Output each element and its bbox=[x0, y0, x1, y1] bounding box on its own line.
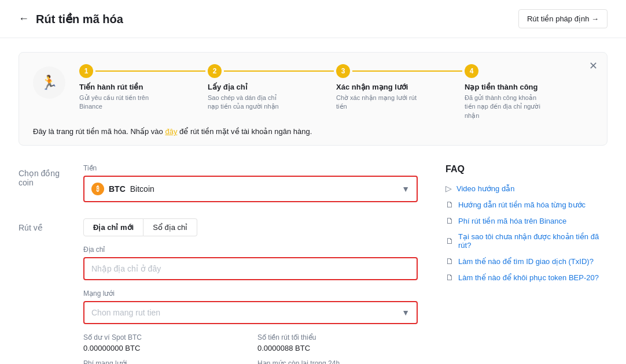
network-fee-label: Phí mạng lưới bbox=[83, 359, 244, 364]
min-withdraw-stat: Số tiền rút tối thiểu 0.0000088 BTC bbox=[257, 333, 418, 352]
faq-link-1[interactable]: Hướng dẫn rút tiền mã hóa từng bước bbox=[458, 200, 586, 209]
withdraw-section: Rút về Địa chỉ mới Sổ địa chỉ Địa chỉ Mạ bbox=[19, 218, 418, 364]
withdraw-section-content: Địa chỉ mới Sổ địa chỉ Địa chỉ Mạng lưới bbox=[83, 218, 418, 364]
faq-panel: FAQ ▷ Video hướng dẫn 🗋 Hướng dẫn rút ti… bbox=[445, 164, 607, 364]
step-3-desc: Chờ xác nhận mạng lưới rút tiền bbox=[336, 94, 417, 112]
network-select[interactable]: Chon mang rut tien bbox=[84, 302, 417, 323]
daily-limit-label: Hạn mức còn lại trong 24h bbox=[257, 359, 418, 364]
step-3-title: Xác nhận mạng lưới bbox=[336, 83, 408, 91]
banner-close-button[interactable]: ✕ bbox=[589, 60, 598, 72]
faq-link-3[interactable]: Tại sao tôi chưa nhận được khoản tiền đã… bbox=[458, 232, 607, 250]
withdraw-section-label: Rút về bbox=[19, 218, 65, 232]
steps-container: 1 Tiến hành rút tiền Gửi yêu cầu rút tiề… bbox=[79, 64, 593, 120]
faq-icon-2: 🗋 bbox=[445, 216, 454, 225]
header-left: ← Rút tiền mã hóa bbox=[19, 12, 123, 26]
header: ← Rút tiền mã hóa Rút tiền pháp định → bbox=[0, 0, 626, 38]
min-withdraw-label: Số tiền rút tối thiểu bbox=[257, 333, 418, 341]
left-panel: Chọn đồng coin Tiền ₿ BTC Bitcoin ▼ Rút bbox=[19, 164, 418, 364]
avatar-area: 🏃 bbox=[33, 66, 65, 99]
faq-icon-3: 🗋 bbox=[445, 236, 454, 246]
step-1: 1 Tiến hành rút tiền Gửi yêu cầu rút tiề… bbox=[79, 64, 208, 112]
fiat-link[interactable]: đây bbox=[165, 127, 177, 136]
step-line-3 bbox=[352, 70, 462, 72]
network-field-group: Mạng lưới Chon mang rut tien ▼ bbox=[83, 289, 418, 324]
faq-icon-0: ▷ bbox=[445, 184, 452, 193]
fiat-withdraw-button[interactable]: Rút tiền pháp định → bbox=[518, 9, 607, 28]
content-row: Chọn đồng coin Tiền ₿ BTC Bitcoin ▼ Rút bbox=[19, 164, 607, 364]
faq-item-0[interactable]: ▷ Video hướng dẫn bbox=[445, 184, 607, 193]
coin-section-label: Chọn đồng coin bbox=[19, 164, 65, 187]
step-1-title: Tiến hành rút tiền bbox=[79, 83, 143, 91]
faq-title: FAQ bbox=[445, 164, 607, 174]
info-text: Đây là trang rút tiền mã hóa. Nhấp vào đ… bbox=[33, 127, 593, 136]
min-withdraw-value: 0.0000088 BTC bbox=[257, 344, 418, 352]
network-fee-stat: Phí mạng lưới 0.000044 ~ 0.00057 BTC bbox=[83, 359, 244, 364]
balance-label: Số dư ví Spot BTC bbox=[83, 333, 244, 341]
coin-display: ₿ BTC Bitcoin bbox=[84, 177, 417, 201]
step-3-circle: 3 bbox=[336, 64, 350, 78]
faq-icon-1: 🗋 bbox=[445, 200, 454, 209]
coin-field-label: Tiền bbox=[83, 164, 418, 172]
main-content: 🏃 1 Tiến hành rút tiền Gửi yêu cầu rút t… bbox=[0, 38, 626, 364]
coin-section: Chọn đồng coin Tiền ₿ BTC Bitcoin ▼ bbox=[19, 164, 418, 202]
step-3: 3 Xác nhận mạng lưới Chờ xác nhận mạng l… bbox=[336, 64, 465, 112]
step-line-2 bbox=[224, 70, 334, 72]
coin-section-content: Tiền ₿ BTC Bitcoin ▼ bbox=[83, 164, 418, 202]
avatar: 🏃 bbox=[33, 66, 65, 99]
step-1-circle: 1 bbox=[79, 64, 93, 78]
network-label: Mạng lưới bbox=[83, 289, 418, 298]
step-4-circle: 4 bbox=[465, 64, 478, 78]
step-2-desc: Sao chép và dán địa chỉ nạp tiền của ngư… bbox=[208, 94, 289, 112]
daily-limit-stat: Hạn mức còn lại trong 24h 2 BTC/2 BTC i bbox=[257, 359, 418, 364]
page-title: Rút tiền mã hóa bbox=[36, 12, 123, 26]
coin-name: Bitcoin bbox=[130, 184, 154, 194]
faq-icon-4: 🗋 bbox=[445, 257, 454, 266]
tab-saved-address[interactable]: Sổ địa chỉ bbox=[143, 218, 197, 236]
coin-select-wrapper[interactable]: ₿ BTC Bitcoin ▼ bbox=[83, 176, 418, 202]
faq-link-4[interactable]: Làm thế nào để tìm ID giao dịch (TxID)? bbox=[458, 257, 594, 266]
step-2-title: Lấy địa chỉ bbox=[208, 83, 248, 91]
btc-icon: ₿ bbox=[91, 183, 104, 195]
coin-symbol: BTC bbox=[109, 184, 126, 194]
network-select-wrapper[interactable]: Chon mang rut tien ▼ bbox=[83, 301, 418, 324]
step-1-desc: Gửi yêu cầu rút tiền trên Binance bbox=[79, 94, 160, 112]
tab-new-address[interactable]: Địa chỉ mới bbox=[83, 218, 143, 236]
step-2: 2 Lấy địa chỉ Sao chép và dán địa chỉ nạ… bbox=[208, 64, 336, 112]
faq-link-0[interactable]: Video hướng dẫn bbox=[456, 184, 514, 193]
address-tabs: Địa chỉ mới Sổ địa chỉ bbox=[83, 218, 418, 236]
faq-item-3[interactable]: 🗋 Tại sao tôi chưa nhận được khoản tiền … bbox=[445, 232, 607, 250]
address-label: Địa chỉ bbox=[83, 246, 418, 254]
stats-grid: Số dư ví Spot BTC 0.00000000 BTC Số tiền… bbox=[83, 333, 418, 364]
faq-link-2[interactable]: Phí rút tiền mã hóa trên Binance bbox=[458, 217, 566, 225]
faq-item-1[interactable]: 🗋 Hướng dẫn rút tiền mã hóa từng bước bbox=[445, 200, 607, 209]
faq-icon-5: 🗋 bbox=[445, 273, 454, 282]
back-button[interactable]: ← bbox=[19, 13, 29, 25]
balance-stat: Số dư ví Spot BTC 0.00000000 BTC bbox=[83, 333, 244, 352]
step-2-circle: 2 bbox=[208, 64, 222, 78]
faq-item-4[interactable]: 🗋 Làm thế nào để tìm ID giao dịch (TxID)… bbox=[445, 257, 607, 266]
balance-value: 0.00000000 BTC bbox=[83, 344, 244, 352]
faq-item-2[interactable]: 🗋 Phí rút tiền mã hóa trên Binance bbox=[445, 216, 607, 225]
step-4-desc: Đã gửi thành công khoản tiền nạp đến địa… bbox=[465, 94, 546, 120]
step-4-title: Nạp tiền thành công bbox=[465, 83, 537, 91]
step-line-1 bbox=[95, 70, 205, 72]
faq-link-5[interactable]: Làm thế nào để khôi phục token BEP-20? bbox=[458, 273, 599, 282]
address-field-group: Địa chỉ bbox=[83, 246, 418, 280]
step-4: 4 Nạp tiền thành công Đã gửi thành công … bbox=[465, 64, 593, 120]
faq-item-5[interactable]: 🗋 Làm thế nào để khôi phục token BEP-20? bbox=[445, 273, 607, 282]
address-input[interactable] bbox=[83, 257, 418, 280]
steps-banner: 🏃 1 Tiến hành rút tiền Gửi yêu cầu rút t… bbox=[19, 52, 607, 146]
